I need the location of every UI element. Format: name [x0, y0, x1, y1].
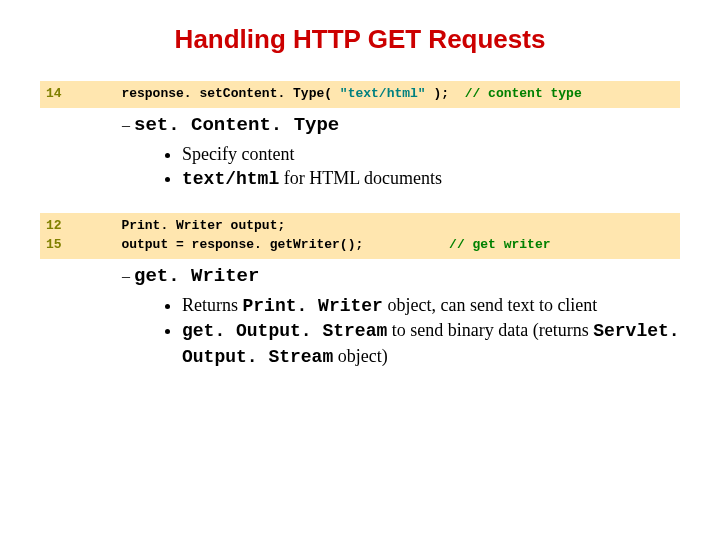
- section-heading-2: get. Writer Returns Print. Writer object…: [122, 265, 680, 369]
- line-numbers: 12 15: [46, 217, 74, 255]
- slide-title: Handling HTTP GET Requests: [40, 24, 680, 55]
- code-block-2: 12 15 Print. Writer output; output = res…: [40, 213, 680, 259]
- section-heading-1: set. Content. Type Specify content text/…: [122, 114, 680, 192]
- code-block-1: 14 response. setContent. Type( "text/htm…: [40, 81, 680, 108]
- bullet: Specify content: [182, 142, 680, 166]
- line-numbers: 14: [46, 85, 74, 104]
- bullet: Returns Print. Writer object, can send t…: [182, 293, 680, 318]
- code-text: Print. Writer output; output = response.…: [98, 217, 674, 255]
- bullet: text/html for HTML documents: [182, 166, 680, 191]
- code-text: response. setContent. Type( "text/html" …: [98, 85, 674, 104]
- bullet: get. Output. Stream to send binary data …: [182, 318, 680, 369]
